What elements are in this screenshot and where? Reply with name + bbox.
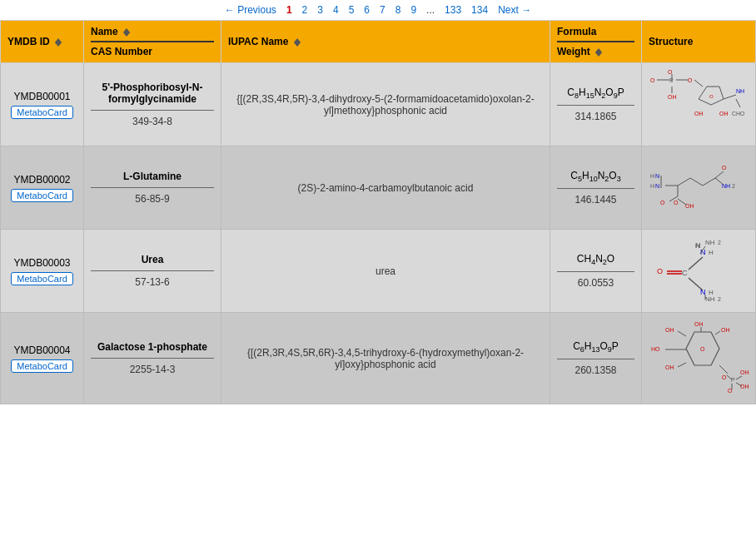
th-cas-label: CAS Number [91, 46, 152, 57]
iupac-name: {[(2R,3S,4R,5R)-3,4-dihydroxy-5-(2-forma… [236, 93, 534, 116]
svg-line-75 [715, 331, 720, 334]
page-7[interactable]: 7 [376, 3, 390, 17]
prev-button[interactable]: ← Previous [221, 3, 281, 17]
molecular-formula: C8H15N2O9P [557, 87, 634, 106]
svg-line-33 [690, 178, 703, 186]
th-ymdb-id[interactable]: YMDB ID [1, 21, 84, 63]
metabocard-button[interactable]: MetaboCard [11, 106, 73, 119]
svg-text:O: O [722, 374, 727, 380]
svg-text:NH: NH [736, 88, 744, 94]
svg-marker-5 [294, 42, 301, 47]
svg-line-20 [736, 99, 740, 107]
page-separator: ... [422, 3, 439, 17]
svg-text:N: N [655, 183, 659, 189]
compound-name: L-Glutamine [91, 171, 214, 188]
page-5[interactable]: 5 [345, 3, 359, 17]
compound-name: Galactose 1-phosphate [91, 341, 214, 359]
page-6[interactable]: 6 [360, 3, 374, 17]
svg-text:OH: OH [665, 327, 674, 333]
svg-text:2: 2 [718, 296, 721, 302]
svg-line-34 [703, 178, 715, 186]
iupac-name: urea [376, 265, 395, 277]
svg-text:O: O [668, 70, 673, 75]
molecular-weight: 260.1358 [557, 364, 634, 376]
sort-icon-ymdb [54, 38, 62, 47]
ymdb-id: YMDB00002 [7, 174, 77, 186]
svg-marker-7 [595, 52, 602, 57]
svg-text:OH: OH [694, 111, 704, 116]
svg-text:O: O [674, 200, 679, 206]
th-ymdb-id-label: YMDB ID [7, 36, 50, 47]
structure-cell-3: O OH HO OH OH OH O P OH OH O [642, 313, 756, 404]
svg-line-80 [736, 376, 742, 379]
id-cell-1: YMDB00002 MetaboCard [1, 146, 84, 230]
name-cell-3: Galactose 1-phosphate 2255-14-3 [84, 313, 221, 404]
svg-text:OH: OH [685, 203, 694, 209]
svg-marker-1 [55, 42, 62, 47]
svg-text:O: O [650, 77, 655, 83]
iupac-cell-2: urea [221, 230, 550, 313]
formula-cell-1: C5H10N2O3 146.1445 [550, 146, 642, 230]
svg-text:O: O [657, 267, 663, 275]
results-table: YMDB ID Name CAS Number [0, 20, 756, 404]
svg-marker-3 [123, 32, 130, 37]
structure-cell-0: O P O O OH OH NH CHO O OH [642, 63, 756, 146]
page-133[interactable]: 133 [440, 3, 465, 17]
cas-number: 57-13-6 [91, 276, 214, 288]
formula-cell-2: CH4N2O 60.0553 [550, 230, 642, 313]
th-name-label: Name [91, 26, 118, 37]
page-2[interactable]: 2 [298, 3, 312, 17]
formula-cell-3: C6H13O9P 260.1358 [550, 313, 642, 404]
sort-icon-weight [594, 48, 603, 57]
svg-marker-6 [595, 48, 602, 52]
page-1[interactable]: 1 [282, 3, 296, 17]
sort-icon-name [122, 28, 131, 37]
cas-number: 2255-14-3 [91, 364, 214, 375]
molecular-weight: 314.1865 [557, 111, 634, 122]
th-structure: Structure [642, 21, 756, 63]
molecular-weight: 146.1445 [557, 194, 634, 206]
svg-text:CHO: CHO [732, 111, 745, 116]
svg-line-18 [724, 95, 736, 99]
svg-marker-0 [55, 38, 62, 42]
svg-text:O: O [709, 94, 714, 99]
th-formula[interactable]: Formula Weight [550, 21, 642, 63]
compound-name: Urea [91, 254, 214, 271]
svg-marker-4 [294, 38, 301, 42]
page-4[interactable]: 4 [329, 3, 343, 17]
svg-text:HO: HO [651, 346, 660, 352]
svg-text:OH: OH [740, 369, 749, 375]
iupac-name: {[(2R,3R,4S,5R,6R)-3,4,5-trihydroxy-6-(h… [247, 347, 524, 370]
pagination-bar: ← Previous 1 2 3 4 5 6 7 8 9 ... 133 134… [0, 0, 756, 20]
svg-text:H: H [709, 249, 714, 256]
page-9[interactable]: 9 [406, 3, 420, 17]
next-button[interactable]: Next → [494, 3, 535, 17]
ymdb-id: YMDB00001 [7, 91, 77, 102]
page-8[interactable]: 8 [391, 3, 405, 17]
molecular-formula: CH4N2O [557, 253, 634, 272]
cas-number: 349-34-8 [91, 116, 214, 127]
table-row: YMDB00001 MetaboCard 5'-Phosphoribosyl-N… [1, 63, 756, 146]
metabocard-button[interactable]: MetaboCard [11, 189, 73, 202]
metabocard-button[interactable]: MetaboCard [11, 272, 73, 285]
iupac-cell-3: {[(2R,3R,4S,5R,6R)-3,4,5-trihydroxy-6-(h… [221, 313, 550, 404]
ymdb-id: YMDB00004 [7, 344, 77, 356]
svg-text:OH: OH [721, 327, 730, 333]
svg-text:P: P [731, 377, 735, 383]
name-cell-2: Urea 57-13-6 [84, 230, 221, 313]
svg-marker-2 [123, 28, 130, 32]
molecular-formula: C6H13O9P [557, 340, 634, 359]
molecular-weight: 60.0553 [557, 277, 634, 289]
svg-text:H: H [650, 183, 654, 189]
page-134[interactable]: 134 [467, 3, 492, 17]
th-name[interactable]: Name CAS Number [84, 21, 221, 63]
metabocard-button[interactable]: MetaboCard [11, 359, 73, 373]
th-iupac[interactable]: IUPAC Name [221, 21, 550, 63]
svg-text:NH: NH [722, 183, 730, 189]
cas-number: 56-85-9 [91, 193, 214, 205]
svg-text:O: O [660, 200, 665, 206]
svg-text:O: O [688, 77, 693, 83]
th-formula-label: Formula [557, 26, 596, 37]
page-3[interactable]: 3 [313, 3, 327, 17]
th-weight-label: Weight [557, 46, 590, 57]
